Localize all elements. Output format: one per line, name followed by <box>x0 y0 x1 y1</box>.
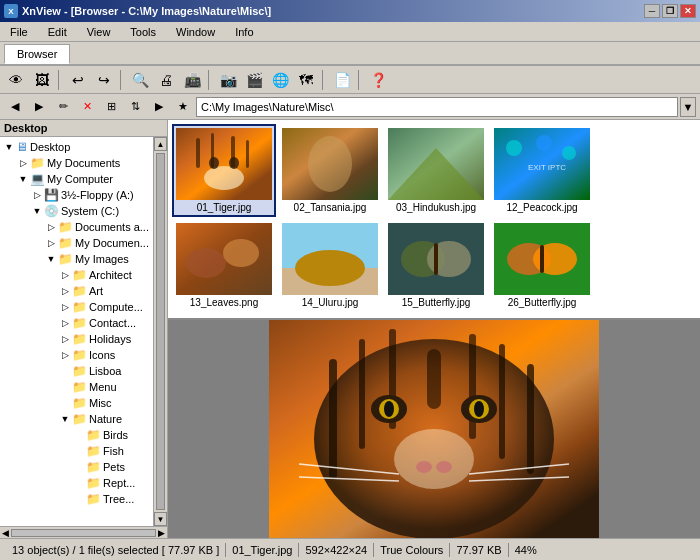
tree-item-architect[interactable]: ▷ 📁 Architect <box>0 267 153 283</box>
toolbar-thumb-btn[interactable]: 🖼 <box>30 69 54 91</box>
toolbar-forward-btn[interactable]: ↪ <box>92 69 116 91</box>
tree-label-lisboa: Lisboa <box>89 365 121 377</box>
folder-icon-holidays: 📁 <box>72 332 87 346</box>
tree-item-holidays[interactable]: ▷ 📁 Holidays <box>0 331 153 347</box>
toolbar-film-btn[interactable]: 🎬 <box>242 69 266 91</box>
restore-button[interactable]: ❐ <box>662 4 678 18</box>
svg-point-23 <box>295 250 365 286</box>
tree-scrollbar[interactable]: ▲ ▼ <box>153 137 167 526</box>
tree-item-contact[interactable]: ▷ 📁 Contact... <box>0 315 153 331</box>
addr-forward-btn[interactable]: ▶ <box>28 97 50 117</box>
folder-icon-nature: 📁 <box>72 412 87 426</box>
menu-info[interactable]: Info <box>229 24 259 40</box>
tab-browser[interactable]: Browser <box>4 44 70 64</box>
folder-icon-tree: 📁 <box>86 492 101 506</box>
scrollbar-up-btn[interactable]: ▲ <box>154 137 167 151</box>
tree-item-birds[interactable]: 📁 Birds <box>0 427 153 443</box>
thumb-peacock[interactable]: EXIT IPTC 12_Peacock.jpg <box>490 124 594 217</box>
toolbar-doc-btn[interactable]: 📄 <box>330 69 354 91</box>
menu-tools[interactable]: Tools <box>124 24 162 40</box>
address-input[interactable] <box>196 97 678 117</box>
tree-item-myimages[interactable]: ▼ 📁 My Images <box>0 251 153 267</box>
addr-star-btn[interactable]: ★ <box>172 97 194 117</box>
tree-item-icons[interactable]: ▷ 📁 Icons <box>0 347 153 363</box>
toolbar-globe-btn[interactable]: 🌐 <box>268 69 292 91</box>
toolbar-zoom-btn[interactable]: 🔍 <box>128 69 152 91</box>
tree-label-icons: Icons <box>89 349 115 361</box>
thumb-hindukush[interactable]: 03_Hindukush.jpg <box>384 124 488 217</box>
tree-item-lisboa[interactable]: 📁 Lisboa <box>0 363 153 379</box>
main-toolbar: 👁 🖼 ↩ ↪ 🔍 🖨 📠 📷 🎬 🌐 🗺 📄 ❓ <box>0 66 700 94</box>
svg-point-30 <box>533 243 577 275</box>
expand-icon-mydocsc: ▷ <box>44 238 58 248</box>
scrollbar-thumb[interactable] <box>156 153 165 510</box>
computer-icon: 💻 <box>30 172 45 186</box>
svg-point-9 <box>308 136 352 192</box>
thumb-leaves[interactable]: 13_Leaves.png <box>172 219 276 312</box>
hscroll-track[interactable] <box>11 529 156 537</box>
addr-view-btn[interactable]: ⊞ <box>100 97 122 117</box>
tree-label-desktop: Desktop <box>30 141 70 153</box>
tree-item-nature[interactable]: ▼ 📁 Nature <box>0 411 153 427</box>
tree-item-menu[interactable]: 📁 Menu <box>0 379 153 395</box>
tree-item-mydocs[interactable]: ▷ 📁 My Documents <box>0 155 153 171</box>
drive-icon-c: 💿 <box>44 204 59 218</box>
status-zoom: 44% <box>509 543 543 557</box>
svg-point-55 <box>416 461 432 473</box>
tree-item-pets[interactable]: 📁 Pets <box>0 459 153 475</box>
toolbar-map-btn[interactable]: 🗺 <box>294 69 318 91</box>
addr-back-btn[interactable]: ◀ <box>4 97 26 117</box>
toolbar-print-btn[interactable]: 🖨 <box>154 69 178 91</box>
tansania-svg <box>282 128 378 200</box>
svg-point-14 <box>506 140 522 156</box>
hscroll-right-btn[interactable]: ▶ <box>158 528 165 538</box>
tree-item-desktop[interactable]: ▼ 🖥 Desktop <box>0 139 153 155</box>
preview-area <box>168 320 700 538</box>
menu-view[interactable]: View <box>81 24 117 40</box>
tree-item-rept[interactable]: 📁 Rept... <box>0 475 153 491</box>
title-bar: X XnView - [Browser - C:\My Images\Natur… <box>0 0 700 22</box>
addr-delete-btn[interactable]: ✕ <box>76 97 98 117</box>
tree-item-art[interactable]: ▷ 📁 Art <box>0 283 153 299</box>
toolbar-eye-btn[interactable]: 👁 <box>4 69 28 91</box>
menu-window[interactable]: Window <box>170 24 221 40</box>
scrollbar-down-btn[interactable]: ▼ <box>154 512 167 526</box>
thumb-tiger[interactable]: 01_Tiger.jpg <box>172 124 276 217</box>
hscroll-left-btn[interactable]: ◀ <box>2 528 9 538</box>
folder-icon-myimages: 📁 <box>58 252 73 266</box>
toolbar-help-btn[interactable]: ❓ <box>366 69 390 91</box>
tree-item-tree[interactable]: 📁 Tree... <box>0 491 153 507</box>
toolbar-camera-btn[interactable]: 📷 <box>216 69 240 91</box>
tree-item-misc[interactable]: 📁 Misc <box>0 395 153 411</box>
tree-item-mydocsc[interactable]: ▷ 📁 My Documen... <box>0 235 153 251</box>
folder-icon-compute: 📁 <box>72 300 87 314</box>
expand-icon-mydocs: ▷ <box>16 158 30 168</box>
thumb-butterfly1[interactable]: 15_Butterfly.jpg <box>384 219 488 312</box>
thumb-tansania[interactable]: 02_Tansania.jpg <box>278 124 382 217</box>
svg-rect-31 <box>540 245 544 273</box>
toolbar-scan-btn[interactable]: 📠 <box>180 69 204 91</box>
toolbar-back-btn[interactable]: ↩ <box>66 69 90 91</box>
addr-filter-btn[interactable]: ▶ <box>148 97 170 117</box>
status-filename: 01_Tiger.jpg <box>226 543 299 557</box>
thumb-butterfly2[interactable]: 26_Butterfly.jpg <box>490 219 594 312</box>
addr-edit-btn[interactable]: ✏ <box>52 97 74 117</box>
tree-item-compute[interactable]: ▷ 📁 Compute... <box>0 299 153 315</box>
tree-label-myimages: My Images <box>75 253 129 265</box>
menu-file[interactable]: File <box>4 24 34 40</box>
menu-edit[interactable]: Edit <box>42 24 73 40</box>
close-button[interactable]: ✕ <box>680 4 696 18</box>
tree-label-contact: Contact... <box>89 317 136 329</box>
tree-h-scrollbar[interactable]: ◀ ▶ <box>0 526 167 538</box>
butterfly1-svg <box>388 223 484 295</box>
minimize-button[interactable]: ─ <box>644 4 660 18</box>
tree-item-systemc[interactable]: ▼ 💿 System (C:) <box>0 203 153 219</box>
tree-item-docsa[interactable]: ▷ 📁 Documents a... <box>0 219 153 235</box>
addr-sort-btn[interactable]: ⇅ <box>124 97 146 117</box>
tree-item-floppy[interactable]: ▷ 💾 3½-Floppy (A:) <box>0 187 153 203</box>
tree-item-mycomputer[interactable]: ▼ 💻 My Computer <box>0 171 153 187</box>
folder-icon-art: 📁 <box>72 284 87 298</box>
address-dropdown[interactable]: ▼ <box>680 97 696 117</box>
tree-item-fish[interactable]: 📁 Fish <box>0 443 153 459</box>
thumb-uluru[interactable]: 14_Uluru.jpg <box>278 219 382 312</box>
